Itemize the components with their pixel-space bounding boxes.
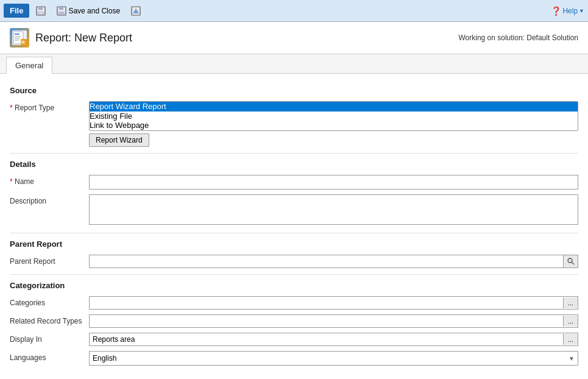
parent-report-row: Parent Report	[10, 255, 578, 268]
parent-report-lookup	[89, 255, 578, 268]
details-section-header: Details	[10, 160, 578, 169]
display-in-button[interactable]: ...	[563, 334, 578, 345]
divider-2	[10, 233, 578, 233]
related-record-types-button[interactable]: ...	[563, 316, 578, 327]
source-section-header: Source	[10, 86, 578, 95]
main-content: Source Report Type Report Wizard Report …	[0, 74, 588, 379]
save-and-close-button[interactable]: Save and Close	[52, 4, 124, 18]
svg-rect-11	[15, 34, 19, 35]
option-wizard: Report Wizard Report	[90, 102, 578, 112]
svg-rect-14	[15, 40, 19, 41]
categorization-section-header: Categorization	[10, 281, 578, 290]
display-in-field: ...	[89, 333, 578, 346]
languages-row: Languages English French German Spanish	[10, 351, 578, 366]
save-button[interactable]	[32, 4, 50, 18]
description-control	[89, 194, 578, 227]
name-row: Name	[10, 175, 578, 190]
display-in-control: ...	[89, 333, 578, 346]
svg-text:R: R	[21, 40, 25, 45]
tab-general[interactable]: General	[6, 57, 52, 74]
report-wizard-button[interactable]: Report Wizard	[89, 133, 149, 147]
languages-select[interactable]: English French German Spanish	[89, 351, 578, 366]
parent-report-control	[89, 255, 578, 268]
parent-report-input[interactable]	[90, 255, 563, 267]
file-button[interactable]: File	[4, 4, 29, 18]
page-header: R Report: New Report Working on solution…	[0, 22, 588, 54]
help-label: Help	[562, 7, 578, 15]
divider-1	[10, 153, 578, 154]
help-chevron-icon: ▼	[579, 8, 584, 14]
description-label: Description	[10, 194, 89, 205]
page-icon: R	[10, 28, 29, 48]
categories-row: Categories ...	[10, 296, 578, 310]
svg-rect-3	[39, 12, 43, 14]
svg-rect-5	[59, 7, 63, 10]
svg-rect-12	[15, 36, 21, 37]
categories-label: Categories	[10, 296, 89, 307]
save-close-label: Save and Close	[68, 7, 120, 15]
publish-icon	[131, 6, 141, 16]
languages-select-wrapper: English French German Spanish	[89, 351, 578, 366]
svg-point-17	[568, 258, 572, 263]
description-row: Description	[10, 194, 578, 227]
name-control	[89, 175, 578, 190]
help-icon: ❓	[551, 6, 561, 16]
solution-info: Working on solution: Default Solution	[458, 34, 578, 42]
option-link-webpage: Link to Webpage	[90, 121, 578, 130]
related-record-types-field: ...	[89, 314, 578, 328]
svg-line-18	[572, 262, 574, 264]
save-icon	[36, 6, 46, 16]
save-close-icon	[57, 6, 66, 16]
help-area[interactable]: ❓ Help ▼	[551, 6, 584, 16]
divider-3	[10, 274, 578, 275]
parent-report-label: Parent Report	[10, 255, 89, 266]
report-type-row: Report Type Report Wizard Report Existin…	[10, 101, 578, 147]
categories-field: ...	[89, 296, 578, 310]
categories-button[interactable]: ...	[563, 297, 578, 308]
related-record-types-row: Related Record Types ...	[10, 314, 578, 328]
related-record-types-input[interactable]	[90, 315, 563, 327]
svg-rect-1	[38, 7, 43, 10]
lookup-icon	[567, 257, 575, 266]
languages-label: Languages	[10, 351, 89, 362]
related-record-types-label: Related Record Types	[10, 314, 89, 325]
svg-rect-6	[58, 12, 65, 15]
description-input[interactable]	[89, 194, 578, 225]
name-label: Name	[10, 175, 89, 186]
related-record-types-control: ...	[89, 314, 578, 328]
svg-rect-13	[15, 38, 20, 39]
categories-control: ...	[89, 296, 578, 310]
toolbar: File Save and Close	[0, 0, 588, 22]
option-existing-file: Existing File	[90, 112, 578, 121]
parent-report-lookup-button[interactable]	[563, 255, 578, 267]
display-in-row: Display In ...	[10, 333, 578, 346]
display-in-input[interactable]	[90, 333, 563, 345]
report-type-control: Report Wizard Report Existing File Link …	[89, 101, 578, 147]
page-title: Report: New Report	[35, 32, 132, 44]
publish-button[interactable]	[127, 4, 145, 18]
tabs-bar: General	[0, 54, 588, 74]
languages-control: English French German Spanish	[89, 351, 578, 366]
report-type-listbox[interactable]: Report Wizard Report Existing File Link …	[89, 101, 578, 131]
categories-input[interactable]	[90, 297, 563, 309]
page-title-area: R Report: New Report	[10, 28, 132, 48]
display-in-label: Display In	[10, 333, 89, 344]
parent-report-section-header: Parent Report	[10, 239, 578, 249]
name-input[interactable]	[89, 175, 578, 190]
report-type-label: Report Type	[10, 101, 89, 112]
